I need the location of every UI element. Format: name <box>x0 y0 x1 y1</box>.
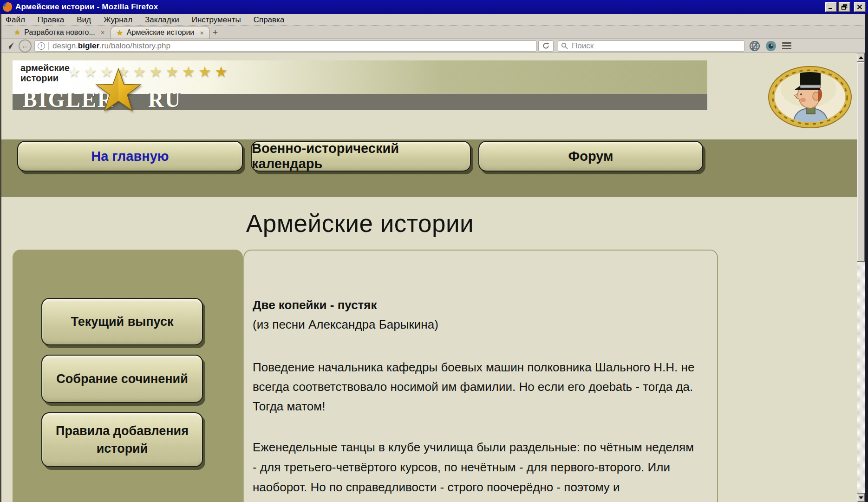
new-tab-button[interactable]: + <box>210 27 223 39</box>
sidebar-button-current-issue[interactable]: Текущий выпуск <box>41 298 203 345</box>
url-separator <box>48 42 49 50</box>
story-panel: Две копейки - пустяк (из песни Александр… <box>243 250 718 502</box>
bookmark-star-icon <box>14 28 20 37</box>
scroll-down-button[interactable] <box>857 493 865 502</box>
window-frame-left <box>0 14 1 502</box>
tab-army-stories[interactable]: Армейские истории × <box>111 26 210 39</box>
sidebar: Текущий выпуск Собрание сочинений Правил… <box>13 250 243 502</box>
story-paragraph: Еженедельные танцы в клубе училища были … <box>253 437 698 502</box>
triangle-up-icon <box>859 56 863 59</box>
page-title: Армейские истории <box>13 209 707 238</box>
eye-addon-icon[interactable] <box>765 40 777 52</box>
minimize-button[interactable] <box>825 2 837 12</box>
story-subtitle: (из песни Александра Барыкина) <box>253 315 698 334</box>
soldier-portrait <box>768 66 852 129</box>
reload-button[interactable] <box>538 40 554 52</box>
sidebar-button-collected-works[interactable]: Собрание сочинений <box>41 355 203 403</box>
url-domain: bigler <box>78 41 99 51</box>
navigation-toolbar: ← i design.bigler.ru/baloo/history.php <box>0 39 868 53</box>
site-header: армейские истории BIGLER <box>13 60 707 110</box>
main-nav-band: На главную Военно-исторический календарь… <box>1 139 857 197</box>
page-info-icon[interactable]: i <box>38 42 45 50</box>
window-title: Армейские истории - Mozilla Firefox <box>15 2 158 12</box>
star-icon <box>149 64 162 80</box>
story-title: Две копейки - пустяк <box>253 295 698 315</box>
page-viewport: армейские истории BIGLER <box>1 53 857 502</box>
triangle-down-icon <box>859 496 863 499</box>
globe-addon-icon[interactable] <box>749 40 761 52</box>
story-paragraph: Поведение начальника кафедры боевых маши… <box>253 357 698 416</box>
menu-help[interactable]: Справка <box>254 15 285 25</box>
big-gold-star-icon <box>95 68 142 114</box>
menu-bar: Файл Правка Вид Журнал Закладки Инструме… <box>0 14 868 26</box>
logo-text-ru: RU <box>148 87 182 112</box>
nav-button-home[interactable]: На главную <box>17 141 243 172</box>
menu-edit[interactable]: Правка <box>38 15 64 25</box>
site-name: армейские истории <box>20 63 70 83</box>
sidebar-button-rules[interactable]: Правила добавления историй <box>41 412 203 467</box>
star-icon <box>198 64 211 80</box>
search-field[interactable] <box>558 40 744 52</box>
star-icon <box>182 64 195 80</box>
tab-label: Разработка нового... <box>24 28 95 37</box>
url-bar[interactable]: i design.bigler.ru/baloo/history.php <box>34 40 537 52</box>
close-button[interactable] <box>854 2 866 12</box>
window-frame-right <box>865 14 868 502</box>
url-path: .ru/baloo/history.php <box>99 41 170 51</box>
star-icon <box>215 64 228 80</box>
back-button[interactable]: ← <box>19 40 32 53</box>
star-icon <box>166 64 179 80</box>
menu-history[interactable]: Журнал <box>104 15 132 25</box>
nav-button-calendar[interactable]: Военно-исторический календарь <box>251 141 471 172</box>
tab-close-icon[interactable]: × <box>101 28 105 36</box>
menu-hamburger-icon[interactable] <box>782 42 791 49</box>
tab-development[interactable]: Разработка нового... × <box>8 26 111 39</box>
search-input[interactable] <box>571 41 729 51</box>
menu-tools[interactable]: Инструменты <box>192 15 241 25</box>
url-prefix: design. <box>52 41 78 51</box>
scrollbar-thumb[interactable] <box>857 62 865 262</box>
stars-row <box>67 63 229 80</box>
restore-button[interactable] <box>838 2 850 12</box>
tab-close-icon[interactable]: × <box>200 29 204 37</box>
scroll-up-button[interactable] <box>857 53 865 62</box>
star-icon <box>84 64 97 80</box>
vertical-scrollbar[interactable] <box>857 53 865 502</box>
title-bar: Армейские истории - Mozilla Firefox <box>0 0 868 14</box>
browser-window: Армейские истории - Mozilla Firefox <box>0 0 868 502</box>
firefox-icon <box>2 2 13 12</box>
menu-file[interactable]: Файл <box>6 15 25 25</box>
menu-view[interactable]: Вид <box>77 15 91 25</box>
nav-button-forum[interactable]: Форум <box>478 141 703 172</box>
bookmark-star-icon <box>117 28 123 37</box>
pointer-arrow-icon[interactable] <box>5 41 15 51</box>
search-icon <box>561 42 568 49</box>
tab-label: Армейские истории <box>127 28 194 37</box>
tab-bar: Разработка нового... × Армейские истории… <box>0 26 868 39</box>
menu-bookmarks[interactable]: Закладки <box>145 15 179 25</box>
